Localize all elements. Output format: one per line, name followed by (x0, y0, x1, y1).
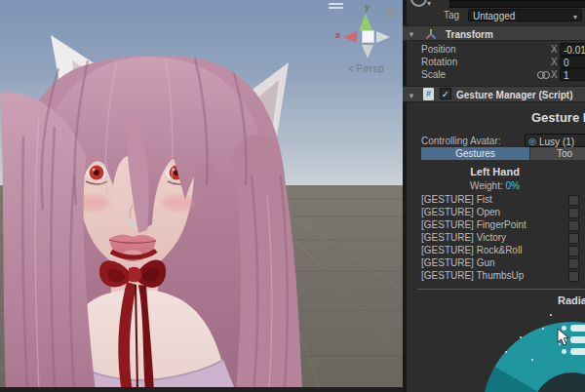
perspective-toggle[interactable]: <Persp (348, 63, 384, 74)
tag-dropdown[interactable]: Untagged ▾ (468, 9, 582, 21)
radial-section-title: Radial (558, 294, 585, 306)
persp-arrow-icon: < (348, 63, 354, 74)
weight-value: 0% (506, 180, 520, 191)
blush-right (162, 195, 195, 211)
foldout-icon[interactable]: ▼ (408, 30, 415, 39)
scene-stats-line2 (329, 7, 343, 9)
avatar-object-icon: ◎ (528, 137, 536, 146)
viewport-bottom-edge (0, 387, 403, 392)
gesture-checkbox[interactable] (568, 195, 579, 206)
axis-x-label: X (551, 57, 558, 67)
gizmo-bottom-axis-icon[interactable] (362, 45, 373, 59)
gesture-row-gun: [GESTURE] Gun (421, 256, 585, 269)
gameobject-icon-selector[interactable] (410, 0, 427, 7)
gizmo-center-cube[interactable] (362, 30, 374, 43)
mouse-cursor (557, 328, 572, 347)
gesture-checkbox[interactable] (568, 271, 579, 282)
dropdown-caret-icon: ▾ (573, 12, 577, 22)
component-title: Gesture Manager (Script) (456, 90, 572, 100)
scene-stats-line (329, 3, 343, 5)
gesture-row-fist: [GESTURE] Fist (421, 193, 585, 206)
gesture-row-rocknroll: [GESTURE] Rock&Roll (421, 244, 585, 256)
gesture-row-open: [GESTURE] Open (421, 206, 585, 218)
sparkle (542, 328, 544, 330)
gesture-checkbox[interactable] (568, 220, 579, 231)
axis-x-label: X (551, 69, 558, 80)
gesture-checkbox[interactable] (568, 208, 579, 218)
rotation-x-field[interactable]: 0 (560, 56, 585, 68)
position-x-field[interactable]: -0.016 (560, 43, 585, 56)
transform-row-rotation: Rotation X 0 (403, 57, 585, 69)
tab-gestures[interactable]: Gestures (421, 147, 529, 160)
gesture-row-fingerpoint: [GESTURE] FingerPoint (421, 218, 585, 231)
transform-row-scale: Scale X 1 (403, 69, 585, 82)
axis-x-label: X (551, 44, 558, 55)
gizmo-x-axis-icon[interactable] (343, 31, 357, 43)
script-icon: # (423, 88, 434, 100)
gesture-checkbox[interactable] (568, 246, 579, 256)
controlling-avatar-label: Controlling Avatar: (421, 136, 501, 146)
gesture-checkbox[interactable] (568, 258, 579, 269)
weight-label: Weight: (470, 180, 503, 191)
scale-link-icon[interactable] (537, 71, 550, 79)
weight-row: Weight: 0% (419, 180, 570, 191)
unity-editor-window: y x <Persp ▾ Tag Untagged ▾ ▼ (0, 0, 585, 392)
transform-icon (425, 28, 437, 40)
gesture-row-victory: [GESTURE] Victory (421, 231, 585, 244)
gizmo-right-axis-icon[interactable] (376, 31, 390, 43)
gameobject-name-field[interactable] (449, 0, 585, 8)
gesture-row-thumbsup: [GESTURE] ThumbsUp (421, 269, 585, 282)
transform-row-position: Position X -0.016 (403, 44, 585, 57)
sparkle (531, 359, 533, 361)
sparkle (505, 351, 507, 353)
section-divider (417, 289, 585, 290)
inspector-panel: ▾ Tag Untagged ▾ ▼ Transform Position X … (403, 0, 585, 392)
gesture-checkbox[interactable] (568, 233, 579, 244)
foldout-icon[interactable]: ▼ (408, 92, 415, 100)
component-enabled-checkbox[interactable]: ✓ (440, 88, 451, 99)
gizmo-y-label: y (365, 2, 370, 12)
gizmo-lock-icon[interactable] (386, 10, 395, 17)
controlling-avatar-row: Controlling Avatar: ◎ Lusy (1) (403, 134, 585, 147)
sparkle (550, 314, 552, 316)
controlling-avatar-object-field[interactable]: ◎ Lusy (1) (525, 134, 585, 147)
tab-tools[interactable]: Too (530, 147, 585, 160)
gesture-manager-panel-title: Gesture Ma (531, 110, 585, 125)
hand-section-title: Left Hand (419, 166, 570, 177)
icon-caret-icon: ▾ (427, 0, 431, 8)
tag-label: Tag (444, 10, 459, 20)
gizmo-x-label: x (335, 30, 340, 40)
gizmo-y-axis-icon[interactable] (359, 14, 372, 30)
sparkle (520, 336, 522, 338)
transform-title: Transform (446, 29, 493, 40)
scene-viewport[interactable]: y x <Persp (0, 0, 403, 392)
transform-header[interactable]: ▼ Transform (403, 25, 585, 41)
scale-x-field[interactable]: 1 (560, 68, 585, 81)
avatar-render (0, 0, 403, 392)
